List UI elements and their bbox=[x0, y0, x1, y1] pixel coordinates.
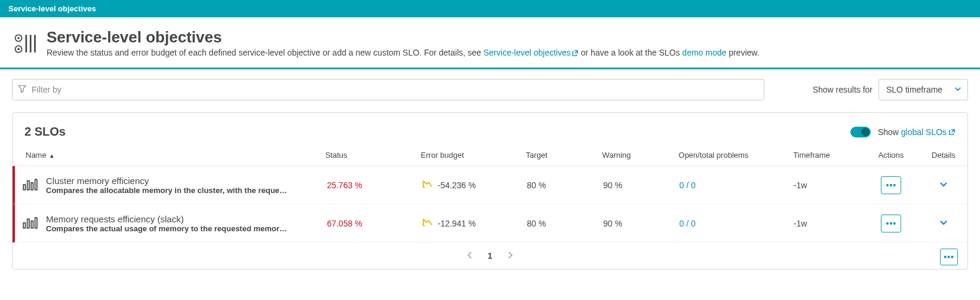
svg-point-3 bbox=[17, 48, 20, 50]
global-slos-toggle[interactable] bbox=[850, 127, 871, 137]
svg-rect-9 bbox=[31, 182, 33, 189]
table-row[interactable]: Cluster memory efficiency Compares the a… bbox=[13, 166, 967, 205]
external-link-icon bbox=[572, 48, 579, 58]
trend-down-icon bbox=[422, 217, 433, 229]
svg-rect-11 bbox=[23, 223, 25, 228]
row-actions-button[interactable]: ••• bbox=[881, 215, 901, 232]
filter-bar: Show results for SLO timeframe bbox=[0, 69, 980, 105]
table-row[interactable]: Memory requests efficiency (slack) Compa… bbox=[13, 204, 967, 243]
row-expand-button[interactable] bbox=[939, 218, 948, 229]
row-budget: -54.236 % bbox=[438, 180, 476, 190]
col-budget[interactable]: Error budget bbox=[414, 145, 519, 166]
pager-current: 1 bbox=[488, 251, 493, 261]
row-actions-button[interactable]: ••• bbox=[881, 176, 901, 194]
panel-title: 2 SLOs bbox=[24, 125, 66, 139]
row-warning: 90 % bbox=[596, 175, 672, 196]
row-problems-link[interactable]: 0 / 0 bbox=[680, 180, 696, 190]
sort-asc-icon: ▲ bbox=[49, 152, 55, 159]
filter-icon bbox=[18, 85, 26, 95]
row-target: 80 % bbox=[520, 213, 596, 234]
svg-rect-14 bbox=[35, 218, 37, 228]
row-timeframe: -1w bbox=[787, 213, 863, 234]
col-details: Details bbox=[920, 145, 967, 166]
row-status: 67.058 % bbox=[327, 219, 362, 228]
row-problems-link[interactable]: 0 / 0 bbox=[680, 219, 696, 228]
external-link-icon bbox=[949, 127, 956, 137]
svg-rect-8 bbox=[27, 180, 29, 189]
svg-rect-7 bbox=[23, 185, 25, 190]
pager-next[interactable] bbox=[506, 251, 514, 261]
row-desc: Compares the allocatable memory in the c… bbox=[46, 186, 287, 195]
svg-rect-10 bbox=[35, 179, 37, 189]
results-for-label: Show results for bbox=[813, 85, 873, 94]
col-status[interactable]: Status bbox=[318, 145, 414, 166]
row-target: 80 % bbox=[520, 175, 596, 196]
breadcrumb-label: Service-level objectives bbox=[8, 4, 96, 13]
page-title: Service-level objectives bbox=[47, 28, 760, 47]
link-slo-docs[interactable]: Service-level objectives bbox=[484, 48, 579, 57]
col-name[interactable]: Name▲ bbox=[13, 145, 318, 166]
row-status: 25.763 % bbox=[327, 180, 362, 190]
page-description: Review the status and error budget of ea… bbox=[47, 48, 760, 58]
col-problems[interactable]: Open/total problems bbox=[671, 145, 786, 166]
filter-input[interactable] bbox=[12, 79, 764, 100]
row-budget: -12.941 % bbox=[438, 219, 476, 228]
link-demo-mode[interactable]: demo mode bbox=[682, 48, 726, 57]
row-name: Memory requests efficiency (slack) bbox=[46, 214, 287, 224]
svg-point-2 bbox=[17, 37, 20, 39]
svg-rect-12 bbox=[27, 219, 29, 228]
bar-chart-icon bbox=[22, 215, 39, 232]
traffic-light-icon bbox=[12, 30, 38, 57]
pager-prev[interactable] bbox=[466, 251, 474, 261]
row-desc: Compares the actual usage of memory to t… bbox=[46, 224, 287, 233]
col-actions: Actions bbox=[862, 145, 920, 166]
col-target[interactable]: Target bbox=[518, 145, 595, 166]
pager: 1 bbox=[466, 251, 514, 261]
row-warning: 90 % bbox=[596, 213, 672, 234]
page-header: Service-level objectives Review the stat… bbox=[0, 17, 980, 69]
bar-chart-icon bbox=[22, 177, 39, 194]
slo-panel: 2 SLOs Show global SLOs Name▲ Status Err… bbox=[12, 112, 968, 270]
trend-down-icon bbox=[422, 179, 433, 191]
row-expand-button[interactable] bbox=[939, 179, 948, 191]
col-warning[interactable]: Warning bbox=[595, 145, 671, 166]
global-slos-label: Show global SLOs bbox=[878, 127, 956, 137]
row-timeframe: -1w bbox=[787, 175, 863, 196]
link-global-slos[interactable]: global SLOs bbox=[901, 127, 956, 137]
chevron-down-icon bbox=[954, 85, 962, 95]
row-name: Cluster memory efficiency bbox=[46, 176, 287, 186]
panel-more-button[interactable]: ••• bbox=[940, 249, 958, 265]
col-timeframe[interactable]: Timeframe bbox=[786, 145, 862, 166]
svg-rect-13 bbox=[31, 221, 33, 228]
breadcrumb[interactable]: Service-level objectives bbox=[0, 0, 980, 17]
